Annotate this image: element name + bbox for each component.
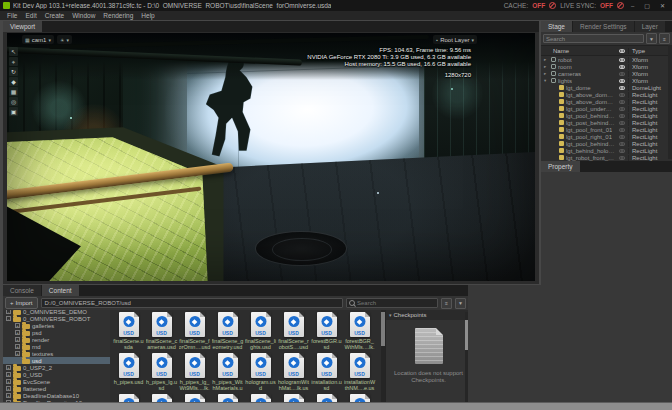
close-button[interactable]: ✕ <box>657 2 668 9</box>
stage-tree-row[interactable]: ▸camerasXform <box>541 70 672 77</box>
tree-expander-icon[interactable]: + <box>6 393 11 398</box>
menu-item-file[interactable]: File <box>3 12 21 19</box>
stage-tree-row[interactable]: lgt_pool_behind_robot_01RectLight <box>541 112 672 119</box>
file-tile[interactable]: USDfinalScene_forOmn....usda <box>178 312 211 353</box>
file-tile[interactable]: USD <box>112 394 145 402</box>
tab-viewport[interactable]: Viewport <box>3 21 42 32</box>
filter-icon[interactable]: ▼ <box>646 33 657 44</box>
folder-tree-item[interactable]: +0_USD <box>3 371 110 378</box>
file-tile[interactable]: USDfinalScene.usda <box>112 312 145 353</box>
tree-expander-icon[interactable]: + <box>15 351 20 356</box>
type-column-header[interactable]: Type <box>628 48 672 54</box>
file-tile[interactable]: USDforestBGR_WthMls....lk.usd <box>343 312 376 353</box>
stage-tree-row[interactable]: lgt_robot_front_bot_01RectLight <box>541 154 672 161</box>
camera-dropdown[interactable]: ▦ cam1 ▾ <box>22 35 54 44</box>
folder-tree-item[interactable]: +galleries <box>3 322 110 329</box>
stage-tab-render-settings[interactable]: Render Settings <box>573 21 634 32</box>
menu-item-help[interactable]: Help <box>137 12 158 19</box>
visibility-toggle[interactable] <box>615 79 628 83</box>
content-search-box[interactable] <box>346 298 438 308</box>
select-tool-button[interactable]: ↖ <box>9 47 18 56</box>
tree-expander-icon[interactable]: - <box>6 316 11 321</box>
visibility-toggle[interactable] <box>615 93 628 97</box>
stage-tree-row[interactable]: lgt_pool_behind_01RectLight <box>541 140 672 147</box>
view-mode-icon[interactable]: ≡ <box>441 298 452 309</box>
expand-arrow-icon[interactable]: ▾ <box>544 78 549 83</box>
stage-tree-row[interactable]: lgt_pool_underwater_01RectLight <box>541 105 672 112</box>
folder-tree-scrollbar[interactable] <box>465 312 468 402</box>
tree-expander-icon[interactable]: + <box>15 330 20 335</box>
folder-tree-item[interactable]: +DeadlineDatabase10 <box>3 392 110 399</box>
visibility-toggle[interactable] <box>615 107 628 111</box>
folder-tree-item[interactable]: +0_USP2_2 <box>3 364 110 371</box>
file-tile[interactable]: USDh_pipes.usd <box>112 353 145 394</box>
file-tile[interactable]: USDfinalScene_cameras.usd <box>145 312 178 353</box>
render-tool-button[interactable]: ▣ <box>9 107 18 116</box>
file-tile[interactable]: USDhologramWithMat....lk.usd <box>277 353 310 394</box>
visibility-toggle[interactable] <box>615 100 628 104</box>
stage-tree-row[interactable]: lgt_post_behind_robot_02RectLight <box>541 119 672 126</box>
visibility-toggle[interactable] <box>615 156 628 160</box>
stage-scrollbar[interactable] <box>668 45 672 159</box>
file-tile[interactable]: USDinstallationWthNM....e.usd <box>343 353 376 394</box>
file-tile[interactable]: USDh_pipes_lg_Wt9Mls....lk.usd <box>178 353 211 394</box>
tree-expander-icon[interactable]: + <box>6 365 11 370</box>
stage-tree-row[interactable]: lgt_above_dome_02RectLight <box>541 98 672 105</box>
stage-search-input[interactable] <box>543 34 644 43</box>
frame-tool-button[interactable]: ◎ <box>9 97 18 106</box>
menu-item-edit[interactable]: Edit <box>21 12 40 19</box>
content-search-input[interactable] <box>357 300 435 306</box>
tree-expander-icon[interactable]: + <box>15 344 20 349</box>
visibility-toggle[interactable] <box>615 65 628 69</box>
file-tile[interactable]: USD <box>211 394 244 402</box>
visibility-toggle[interactable] <box>615 142 628 146</box>
maximize-button[interactable]: ▢ <box>641 2 653 9</box>
file-tile[interactable]: USD <box>277 394 310 402</box>
breadcrumb[interactable]: D:/0_OMNIVERSE_ROBOT/usd <box>41 298 343 308</box>
tree-expander-icon[interactable]: + <box>6 372 11 377</box>
menu-item-rendering[interactable]: Rendering <box>99 12 137 19</box>
minimize-button[interactable]: – <box>628 3 637 9</box>
stage-tree-row[interactable]: lgt_pool_front_01RectLight <box>541 126 672 133</box>
stage-tree-row[interactable]: lgt_above_dome_01RectLight <box>541 91 672 98</box>
filter-icon[interactable]: ▼ <box>455 298 466 309</box>
file-tile[interactable]: USD <box>244 394 277 402</box>
visibility-toggle[interactable] <box>615 58 628 62</box>
tree-expander-icon[interactable]: + <box>6 386 11 391</box>
file-tile[interactable]: USD <box>343 394 376 402</box>
stage-tree-row[interactable]: ▾lightsXform <box>541 77 672 84</box>
tree-expander-icon[interactable]: - <box>6 310 11 314</box>
visibility-toggle[interactable] <box>615 86 628 90</box>
folder-tree-item[interactable]: +render <box>3 336 110 343</box>
menu-item-window[interactable]: Window <box>68 12 99 19</box>
root-layer-dropdown[interactable]: ▪ Root Layer ▾ <box>433 35 477 44</box>
move-tool-button[interactable]: ⌖ <box>9 57 18 66</box>
file-grid-scrollbar[interactable] <box>381 310 385 402</box>
renderer-dropdown[interactable]: ☀ ▾ <box>57 35 72 44</box>
rotate-tool-button[interactable]: ↻ <box>9 67 18 76</box>
visibility-toggle[interactable] <box>615 128 628 132</box>
stage-tree-row[interactable]: lgt_domeDomeLight <box>541 84 672 91</box>
folder-tree-item[interactable]: +flattened <box>3 385 110 392</box>
checkpoints-header[interactable]: ▾ Checkpoints <box>386 310 468 320</box>
visibility-toggle[interactable] <box>615 114 628 118</box>
visibility-toggle[interactable] <box>615 135 628 139</box>
file-tile[interactable]: USDfinalScene_lights.usd <box>244 312 277 353</box>
file-tile[interactable]: USD <box>310 394 343 402</box>
bottom-tab-content[interactable]: Content <box>42 285 79 296</box>
folder-tree-item[interactable]: +EvcScene <box>3 378 110 385</box>
folder-tree-item[interactable]: +textures <box>3 350 110 357</box>
visibility-toggle[interactable] <box>615 121 628 125</box>
stage-tree-row[interactable]: ▸robotXform <box>541 56 672 63</box>
stage-tab-stage[interactable]: Stage <box>541 21 572 32</box>
scale-tool-button[interactable]: ◆ <box>9 77 18 86</box>
expand-arrow-icon[interactable]: ▸ <box>544 64 549 69</box>
file-tile[interactable]: USDh_pipes_lg.usd <box>145 353 178 394</box>
file-tile[interactable]: USD <box>145 394 178 402</box>
tab-property[interactable]: Property <box>541 161 580 172</box>
bottom-tab-console[interactable]: Console <box>3 285 41 296</box>
expand-arrow-icon[interactable]: ▸ <box>544 57 549 62</box>
folder-tree-item[interactable]: -0_OMNIVERSE_ROBOT <box>3 315 110 322</box>
menu-item-create[interactable]: Create <box>41 12 69 19</box>
stage-tab-layer[interactable]: Layer <box>635 21 665 32</box>
